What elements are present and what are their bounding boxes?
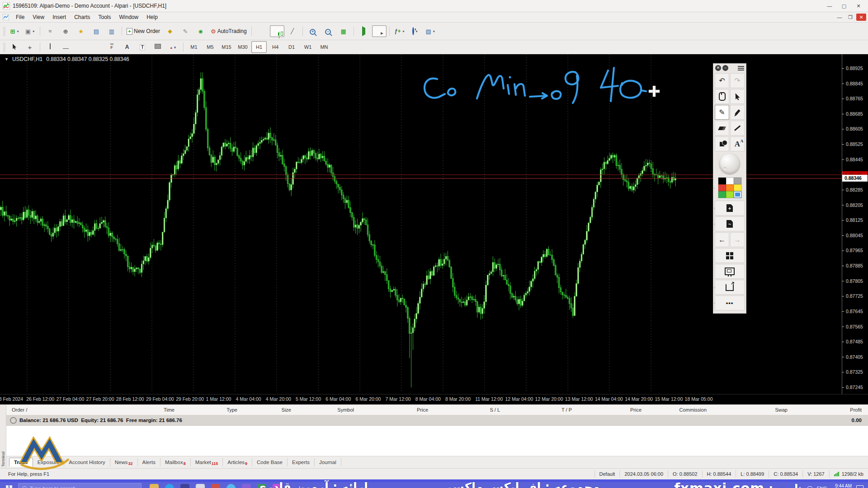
dropdown-caret-icon[interactable]: ▾: [416, 29, 418, 33]
close-button[interactable]: ✕: [852, 1, 865, 10]
favorites-button[interactable]: ★: [74, 25, 88, 37]
prev-page-button[interactable]: ←: [715, 232, 729, 247]
navigator-button[interactable]: ▥: [104, 25, 119, 37]
menu-file[interactable]: File: [12, 13, 28, 21]
arrows-button[interactable]: ▲▼: [166, 41, 180, 53]
menu-help[interactable]: Help: [142, 13, 162, 21]
label-button[interactable]: T: [135, 41, 150, 53]
bar-chart-button[interactable]: [255, 25, 269, 37]
timeframe-d1[interactable]: D1: [284, 41, 299, 53]
action-center-icon[interactable]: [856, 485, 863, 488]
tile-windows-button[interactable]: ▦: [336, 25, 351, 37]
pen-menu-icon[interactable]: [738, 66, 744, 70]
next-page-button[interactable]: →: [730, 232, 745, 247]
crosshair-button[interactable]: +: [23, 41, 37, 53]
column-swap[interactable]: Swap: [713, 407, 794, 413]
timeframe-mn[interactable]: MN: [316, 41, 332, 53]
crosshair-target-button[interactable]: ⊕: [58, 25, 73, 37]
taskbar-app-icon[interactable]: [226, 484, 236, 488]
dropdown-caret-icon[interactable]: ▾: [33, 29, 34, 33]
pages-overview-button[interactable]: [715, 248, 745, 263]
new-chart-button[interactable]: ⊞▾: [7, 25, 22, 37]
column-time[interactable]: Time: [116, 407, 181, 413]
color-swatch[interactable]: [726, 191, 734, 198]
text-button[interactable]: A: [120, 41, 134, 53]
color-swatch[interactable]: [718, 184, 726, 191]
add-page-button[interactable]: +: [715, 201, 745, 216]
column-price[interactable]: Price: [578, 407, 648, 413]
color-swatch[interactable]: [726, 184, 734, 191]
line-tool-button[interactable]: [730, 121, 745, 136]
taskbar-search-input[interactable]: Type here to search: [18, 483, 142, 488]
shapes-button[interactable]: [151, 41, 165, 53]
column-order[interactable]: Order /: [6, 407, 116, 413]
tab-news[interactable]: News32: [110, 458, 138, 466]
timeframe-h4[interactable]: H4: [268, 41, 283, 53]
trendline-button[interactable]: [74, 41, 88, 53]
tray-clock[interactable]: 9:44 AM 3/18/2024: [832, 483, 852, 488]
menu-view[interactable]: View: [28, 13, 48, 21]
expert-advisors-button[interactable]: ◆: [163, 25, 177, 37]
column-commission[interactable]: Commission: [648, 407, 713, 413]
color-swatch[interactable]: [718, 178, 726, 184]
tab-experts[interactable]: Experts: [288, 458, 315, 466]
menu-tools[interactable]: Tools: [94, 13, 115, 21]
pen-close-icon[interactable]: ✕: [715, 65, 721, 71]
menu-charts[interactable]: Charts: [70, 13, 94, 21]
profile-selector[interactable]: Default: [594, 470, 620, 478]
tab-exposure[interactable]: Exposure: [33, 458, 65, 466]
chart-shift-button[interactable]: [372, 25, 387, 37]
candlestick-chart-button[interactable]: [270, 25, 284, 37]
templates-button[interactable]: ▧▾: [423, 25, 438, 37]
menu-window[interactable]: Window: [115, 13, 143, 21]
timeframe-m5[interactable]: M5: [203, 41, 218, 53]
column-profit[interactable]: Profit: [794, 407, 868, 413]
taskbar-app-icon[interactable]: [180, 484, 189, 488]
periods-button[interactable]: ▾: [408, 25, 422, 37]
metaeditor-button[interactable]: ✎: [178, 25, 193, 37]
child-restore-button[interactable]: ❐: [845, 14, 855, 21]
zoom-out-button[interactable]: −: [321, 25, 335, 37]
dropdown-caret-icon[interactable]: ▾: [402, 29, 404, 33]
text-tool-button[interactable]: A: [730, 136, 745, 151]
pen-size-dial[interactable]: [719, 153, 740, 174]
column-type[interactable]: Type: [181, 407, 244, 413]
column-size[interactable]: Size: [244, 407, 297, 413]
redo-button[interactable]: ↷: [730, 73, 745, 88]
chart-area[interactable]: 0.889250.888450.887650.886850.886050.885…: [0, 54, 868, 394]
equidistant-channel-button[interactable]: [89, 41, 104, 53]
color-swatch[interactable]: [734, 178, 741, 184]
profiles-button[interactable]: ▣▾: [23, 25, 37, 37]
tab-market[interactable]: Market115: [191, 458, 223, 466]
color-swatch[interactable]: [718, 191, 726, 198]
vertical-line-button[interactable]: [43, 41, 57, 53]
market-watch-button[interactable]: ▤: [89, 25, 104, 37]
shapes-tool-button[interactable]: [715, 136, 729, 151]
clear-page-button[interactable]: ~: [715, 216, 745, 231]
menu-insert[interactable]: Insert: [48, 13, 70, 21]
dropdown-caret-icon[interactable]: ▾: [17, 29, 19, 33]
autotrading-button[interactable]: ⚙AutoTrading: [209, 25, 249, 37]
taskbar-app-icon[interactable]: [150, 484, 159, 488]
pen-minimize-icon[interactable]: −: [722, 65, 728, 71]
tab-account-history[interactable]: Account History: [64, 458, 110, 466]
tab-articles[interactable]: Articles9: [223, 458, 252, 466]
more-options-button[interactable]: •••: [715, 296, 745, 310]
cursor-tool-button[interactable]: [730, 89, 745, 104]
cursor-button[interactable]: [7, 41, 22, 53]
line-chart-button[interactable]: ╱: [285, 25, 300, 37]
dropdown-caret-icon[interactable]: ▾: [433, 29, 435, 33]
tray-language[interactable]: ENG: [817, 486, 827, 488]
eraser-tool-button[interactable]: [715, 121, 729, 136]
color-swatch[interactable]: [734, 184, 741, 191]
color-swatch[interactable]: [726, 178, 734, 184]
column-t-p[interactable]: T / P: [506, 407, 578, 413]
pen-tool-button[interactable]: ✎: [715, 105, 729, 120]
timeframe-h1[interactable]: H1: [251, 41, 267, 53]
tab-journal[interactable]: Journal: [315, 458, 341, 466]
mouse-tool-button[interactable]: [715, 89, 729, 104]
tick-chart-button[interactable]: ≈: [43, 25, 57, 37]
whiteboard-button[interactable]: [715, 264, 745, 279]
undo-button[interactable]: ↶: [715, 73, 729, 88]
highlighter-tool-button[interactable]: [730, 105, 745, 120]
